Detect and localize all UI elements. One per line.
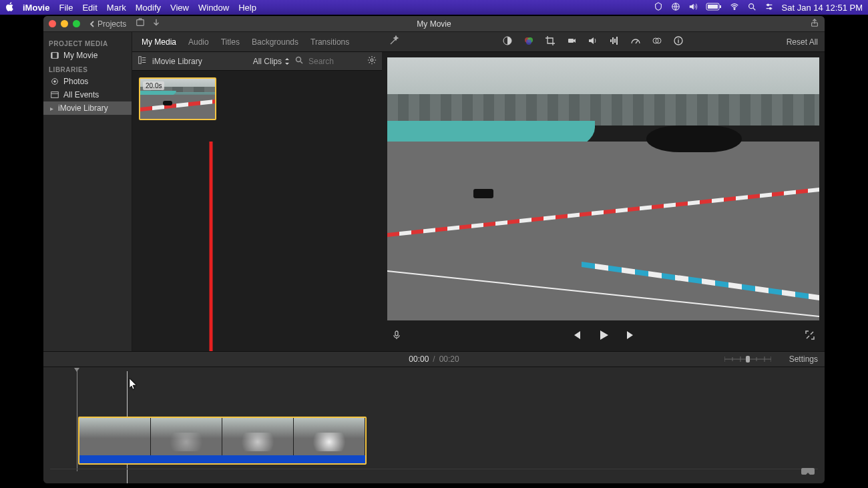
back-to-projects-button[interactable]: Projects [88,19,126,29]
svg-point-5 [748,3,753,8]
chevron-right-icon: ▸ [50,105,54,112]
menu-modify[interactable]: Modify [136,3,161,13]
svg-rect-16 [139,57,142,64]
zoom-button[interactable] [73,20,80,27]
back-label: Projects [97,19,126,29]
sidebar-section-project-media: PROJECT MEDIA [43,36,132,49]
playback-controls [382,320,825,351]
sidebar: PROJECT MEDIA My Movie LIBRARIES Photos … [43,32,132,351]
tab-transitions[interactable]: Transitions [310,37,349,47]
search-input[interactable] [308,57,362,66]
download-icon[interactable] [152,18,161,29]
sidebar-item-my-movie[interactable]: My Movie [43,49,132,62]
time-current: 00:00 [409,354,429,364]
sidebar-item-imovie-library[interactable]: ▸ iMovie Library [43,101,132,115]
play-button[interactable] [597,328,610,344]
clip-grid[interactable]: 20.0s [132,71,382,351]
mouse-cursor-icon [129,378,138,390]
wifi-icon[interactable] [730,2,739,13]
audio-track[interactable] [79,455,365,463]
color-correction-icon[interactable] [523,35,534,48]
clip-filter-dropdown[interactable]: All Clips [253,57,290,66]
window-title: My Movie [417,19,451,29]
menu-view[interactable]: View [170,3,189,13]
timeline-footer [50,469,818,481]
tab-audio[interactable]: Audio [188,37,209,47]
menubar-clock[interactable]: Sat Jan 14 12:51 PM [782,3,863,13]
svg-rect-2 [708,5,718,9]
search-icon [295,56,303,66]
svg-point-14 [53,80,56,83]
sidebar-item-label: My Movie [63,51,97,60]
menu-edit[interactable]: Edit [82,3,97,13]
svg-point-7 [769,7,771,9]
sidebar-item-label: iMovie Library [58,103,108,113]
viewer: Reset All [382,32,825,351]
locale-icon[interactable] [671,2,680,13]
annotation-arrow [201,142,221,387]
control-center-icon[interactable] [765,2,774,13]
next-frame-button[interactable] [625,329,637,343]
vr-icon[interactable] [801,467,815,478]
clip-filter-icon[interactable] [652,35,662,48]
stabilization-icon[interactable] [566,35,577,48]
speed-icon[interactable] [630,35,641,48]
media-browser: My Media Audio Titles Backgrounds Transi… [132,32,382,351]
sidebar-item-all-events[interactable]: All Events [43,88,132,101]
titlebar: Projects My Movie [43,16,825,32]
close-button[interactable] [49,20,56,27]
svg-point-18 [371,59,373,61]
svg-rect-38 [746,356,750,362]
svg-rect-25 [568,39,574,43]
menu-help[interactable]: Help [238,3,256,13]
sidebar-item-label: All Events [63,90,99,99]
app-name[interactable]: iMovie [23,3,49,13]
apple-menu-icon[interactable] [5,2,15,13]
list-view-icon[interactable] [138,55,147,67]
time-sep: / [433,354,435,364]
tab-backgrounds[interactable]: Backgrounds [252,37,298,47]
svg-rect-3 [720,5,721,8]
svg-rect-33 [395,331,398,336]
volume-adjust-icon[interactable] [588,35,598,48]
svg-rect-26 [610,39,612,42]
share-button[interactable] [810,18,819,29]
status-icon[interactable] [654,2,663,13]
battery-icon[interactable] [706,3,722,13]
clip-duration-badge: 20.0s [143,81,164,90]
fullscreen-icon[interactable] [805,330,815,342]
zoom-slider[interactable] [724,355,771,363]
crop-icon[interactable] [545,35,556,48]
enhance-wand-icon[interactable] [389,35,399,48]
noise-eq-icon[interactable] [609,35,620,48]
gear-icon[interactable] [367,55,377,67]
svg-point-6 [767,4,769,6]
info-icon[interactable] [673,35,684,48]
timeline[interactable] [43,367,825,483]
timeline-settings-button[interactable]: Settings [789,354,818,364]
minimize-button[interactable] [61,20,68,27]
prev-frame-button[interactable] [570,329,582,343]
browser-tabs: My Media Audio Titles Backgrounds Transi… [132,32,382,52]
svg-rect-27 [612,37,614,44]
sidebar-item-photos[interactable]: Photos [43,75,132,88]
import-button[interactable] [136,18,145,29]
voiceover-mic-icon[interactable] [391,330,402,342]
tab-titles[interactable]: Titles [221,37,240,47]
menu-file[interactable]: File [59,3,73,13]
clip-thumbnail[interactable]: 20.0s [139,77,216,120]
preview-canvas[interactable] [387,57,819,320]
volume-icon[interactable] [688,2,698,13]
svg-rect-11 [51,53,53,59]
menu-mark[interactable]: Mark [107,3,126,13]
imovie-window: Projects My Movie PROJECT MEDIA My Movie… [43,16,825,483]
svg-point-17 [296,57,301,62]
color-balance-icon[interactable] [502,35,513,48]
reset-all-button[interactable]: Reset All [787,37,818,47]
viewer-toolbar: Reset All [382,32,825,52]
svg-point-4 [734,8,735,9]
menu-window[interactable]: Window [198,3,229,13]
spotlight-icon[interactable] [747,2,756,13]
tab-my-media[interactable]: My Media [142,37,176,47]
timeline-clip[interactable] [78,417,367,465]
